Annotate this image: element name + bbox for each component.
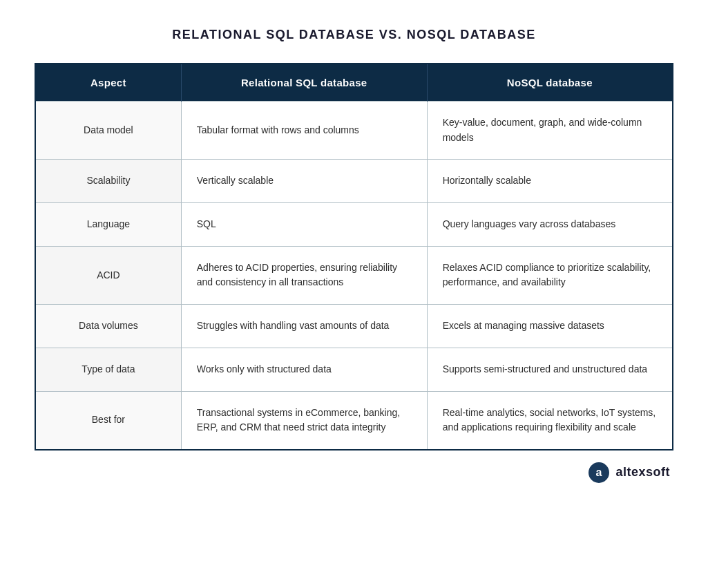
cell-aspect: Language [35, 203, 181, 247]
cell-aspect: Type of data [35, 348, 181, 391]
header-aspect: Aspect [35, 64, 181, 102]
table-row: LanguageSQLQuery languages vary across d… [35, 203, 673, 247]
cell-nosql: Key-value, document, graph, and wide-col… [427, 102, 673, 160]
cell-sql: Tabular format with rows and columns [181, 102, 427, 160]
cell-sql: Vertically scalable [181, 160, 427, 203]
cell-aspect: Scalability [35, 160, 181, 203]
cell-nosql: Real-time analytics, social networks, Io… [427, 391, 673, 450]
cell-sql: Transactional systems in eCommerce, bank… [181, 391, 427, 450]
table-row: ACIDAdheres to ACID properties, ensuring… [35, 246, 673, 304]
cell-aspect: Best for [35, 391, 181, 450]
cell-sql: Works only with structured data [181, 348, 427, 391]
svg-text:a: a [596, 466, 602, 478]
brand-name: altexsoft [615, 465, 670, 480]
brand: a altexsoft [588, 462, 670, 484]
cell-nosql: Horizontally scalable [427, 160, 673, 203]
brand-logo: a [588, 462, 610, 484]
header-sql: Relational SQL database [181, 64, 427, 102]
cell-nosql: Supports semi-structured and unstructure… [427, 348, 673, 391]
table-header-row: Aspect Relational SQL database NoSQL dat… [35, 64, 673, 102]
comparison-table: Aspect Relational SQL database NoSQL dat… [35, 63, 673, 451]
page-title: RELATIONAL SQL DATABASE VS. NOSQL DATABA… [172, 28, 535, 42]
table-row: ScalabilityVertically scalableHorizontal… [35, 160, 673, 203]
cell-sql: SQL [181, 203, 427, 247]
table-row: Data volumesStruggles with handling vast… [35, 305, 673, 348]
cell-aspect: Data model [35, 102, 181, 160]
cell-sql: Struggles with handling vast amounts of … [181, 305, 427, 348]
page-wrapper: RELATIONAL SQL DATABASE VS. NOSQL DATABA… [0, 0, 708, 588]
cell-aspect: ACID [35, 246, 181, 304]
cell-aspect: Data volumes [35, 305, 181, 348]
table-row: Data modelTabular format with rows and c… [35, 102, 673, 160]
cell-nosql: Relaxes ACID compliance to prioritize sc… [427, 246, 673, 304]
footer: a altexsoft [35, 462, 673, 484]
cell-nosql: Query languages vary across databases [427, 203, 673, 247]
cell-sql: Adheres to ACID properties, ensuring rel… [181, 246, 427, 304]
table-row: Type of dataWorks only with structured d… [35, 348, 673, 391]
header-nosql: NoSQL database [427, 64, 673, 102]
table-row: Best forTransactional systems in eCommer… [35, 391, 673, 450]
cell-nosql: Excels at managing massive datasets [427, 305, 673, 348]
